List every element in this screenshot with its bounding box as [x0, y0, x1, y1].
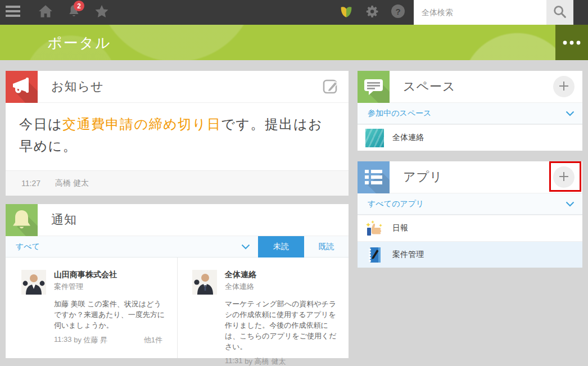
help-button[interactable]: ? [388, 0, 408, 25]
chevron-down-icon [566, 201, 575, 207]
notifications-title: 通知 [51, 211, 349, 228]
search-icon [552, 4, 568, 21]
speech-bubble-icon [358, 71, 390, 103]
add-app-button[interactable] [553, 166, 575, 188]
avatar [192, 270, 217, 295]
notification-card-time: 11:31 [225, 356, 243, 366]
notifications-panel: 通知 すべて 未読 既読 山田商事株式会社 案件管理 加藤 美咲 この案件、状況… [6, 204, 349, 358]
chevron-down-icon [241, 244, 250, 250]
notification-card-more-count: 他1件 [144, 335, 168, 345]
apps-filter-bar: すべてのアプリ [358, 193, 582, 215]
portal-options-button[interactable] [555, 25, 588, 60]
spaces-title: スペース [403, 78, 553, 95]
notification-card-subtitle: 全体連絡 [225, 282, 340, 292]
notification-card-time: 11:33 [54, 335, 72, 345]
notification-card-subtitle: 案件管理 [54, 282, 168, 292]
space-item[interactable]: 全体連絡 [358, 124, 582, 151]
notifications-panel-header: 通知 [6, 204, 349, 236]
notification-card-title: 全体連絡 [225, 270, 340, 280]
search-submit-button[interactable] [546, 0, 573, 25]
spaces-panel: スペース 参加中のスペース 全体連絡 [358, 71, 582, 151]
announcement-text: 今日は [19, 116, 62, 132]
svg-text:?: ? [395, 7, 400, 16]
app-item[interactable]: 日報 [358, 215, 582, 241]
topbar: 2 ? [0, 0, 588, 25]
announcement-highlight: 交通費申請の締め切り日 [62, 116, 221, 132]
favorites-button[interactable] [88, 0, 116, 25]
add-space-button[interactable] [553, 76, 575, 97]
app-item[interactable]: 案件管理 [358, 241, 582, 268]
announcement-panel-header: お知らせ [6, 71, 349, 103]
portal-header: ポータル [0, 25, 588, 60]
spaces-filter-select[interactable]: 参加中のスペース [358, 103, 582, 124]
page-title: ポータル [47, 33, 111, 52]
bell-panel-icon [6, 204, 38, 236]
announcement-time: 11:27 [21, 179, 40, 188]
beginner-mark-icon [339, 4, 354, 21]
announcement-body: 今日は交通費申請の締め切り日です。提出はお早めに。 [6, 103, 349, 157]
app-item-label: 案件管理 [392, 250, 424, 260]
plus-icon [559, 81, 569, 93]
space-thumbnail [365, 129, 384, 147]
notifications-filter-bar: すべて 未読 既読 [6, 236, 349, 257]
read-tab-button[interactable]: 既読 [304, 236, 349, 257]
announcement-footer: 11:27 高橋 健太 [6, 170, 349, 196]
gear-icon [365, 4, 379, 21]
spaces-panel-header: スペース [358, 71, 582, 103]
hamburger-menu-button[interactable] [0, 0, 26, 25]
global-search-input[interactable] [414, 0, 546, 25]
apps-panel: アプリ すべてのアプリ 日報 [358, 161, 582, 268]
star-icon [94, 4, 109, 21]
notification-cards: 山田商事株式会社 案件管理 加藤 美咲 この案件、状況はどうですか？来週あたり、… [6, 257, 349, 358]
megaphone-icon [6, 71, 38, 103]
home-button[interactable] [31, 0, 60, 25]
apps-filter-select[interactable]: すべてのアプリ [358, 193, 582, 214]
avatar [21, 270, 46, 295]
notification-card-content: 全体連絡 全体連絡 マーケティング部への資料やチラシの作成依頼に使用するアプリを… [225, 270, 340, 358]
notifications-filter-label: すべて [16, 242, 241, 252]
apps-title: アプリ [403, 169, 553, 186]
notification-count-badge: 2 [74, 1, 84, 11]
notification-card-footer: 11:33 by 佐藤 昇 他1件 [54, 335, 168, 345]
app-list-icon [358, 161, 390, 193]
edit-icon [322, 77, 340, 97]
notification-card-footer: 11:31 by 高橋 健太 [225, 356, 340, 366]
notebook-app-icon [365, 246, 384, 264]
spaces-filter-bar: 参加中のスペース [358, 103, 582, 124]
chevron-down-icon [566, 111, 575, 116]
spaces-filter-label: 参加中のスペース [368, 109, 566, 119]
notification-card[interactable]: 全体連絡 全体連絡 マーケティング部への資料やチラシの作成依頼に使用するアプリを… [177, 257, 349, 358]
notification-card-author: by 佐藤 昇 [74, 335, 107, 345]
apps-panel-header: アプリ [358, 161, 582, 193]
question-mark-icon: ? [391, 4, 405, 21]
notification-card-author: by 高橋 健太 [245, 356, 286, 366]
notification-card[interactable]: 山田商事株式会社 案件管理 加藤 美咲 この案件、状況はどうですか？来週あたり、… [6, 257, 177, 358]
unread-tab-button[interactable]: 未読 [258, 236, 304, 257]
getting-started-button[interactable] [336, 0, 356, 25]
thumbs-up-app-icon [365, 219, 384, 238]
app-item-label: 日報 [392, 223, 408, 233]
ellipsis-icon [563, 38, 581, 47]
announcement-panel: お知らせ 今日は交通費申請の締め切り日です。提出はお早めに。 11:27 高橋 … [6, 71, 349, 196]
announcement-title: お知らせ [51, 78, 322, 95]
notifications-button[interactable]: 2 [60, 0, 88, 25]
announcement-author: 高橋 健太 [55, 178, 89, 188]
apps-filter-label: すべてのアプリ [368, 199, 566, 209]
settings-button[interactable] [362, 0, 382, 25]
notification-card-body: マーケティング部への資料やチラシの作成依頼に使用するアプリを作りました。今後の作… [225, 299, 340, 352]
edit-announcement-button[interactable] [322, 77, 340, 97]
notification-card-body: 加藤 美咲 この案件、状況はどうですか？来週あたり、一度先方に伺いましょうか。 [54, 299, 168, 331]
hamburger-icon [6, 5, 20, 20]
notification-card-content: 山田商事株式会社 案件管理 加藤 美咲 この案件、状況はどうですか？来週あたり、… [54, 270, 168, 358]
notifications-filter-select[interactable]: すべて [6, 236, 258, 257]
notification-card-title: 山田商事株式会社 [54, 270, 168, 280]
space-item-label: 全体連絡 [392, 133, 424, 143]
plus-icon [559, 171, 569, 183]
home-icon [38, 4, 53, 20]
